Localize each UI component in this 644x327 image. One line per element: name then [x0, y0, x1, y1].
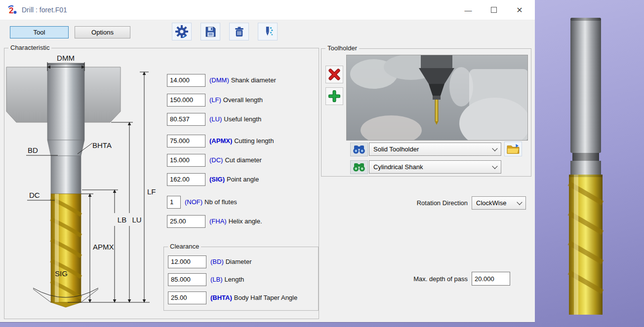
nof-label: Nb of flutes	[204, 198, 237, 206]
rotation-direction-dropdown[interactable]: ClockWise	[472, 196, 526, 210]
dmm-input[interactable]	[167, 74, 205, 87]
bhta-label: Body Half Taper Angle	[234, 294, 297, 301]
toolholder-type-dropdown[interactable]: Solid Toolholder	[369, 143, 501, 156]
chevron-down-icon	[492, 163, 497, 169]
binoculars-green-icon	[353, 162, 365, 172]
dmm-label: Shank diameter	[231, 76, 276, 84]
maximize-button[interactable]	[483, 0, 505, 20]
lf-code: (LF)	[209, 96, 221, 104]
field-row-bd: (BD) Diameter	[168, 255, 251, 268]
lf-input[interactable]	[167, 94, 205, 107]
toolholder-group: Toolholder	[321, 48, 531, 177]
field-row-dc: (DC) Cut diameter	[167, 153, 262, 167]
shank-type-value: Cylindrical Shank	[373, 163, 423, 171]
tool-check-button[interactable]	[258, 23, 278, 40]
sig-label: Point angle	[227, 176, 259, 183]
add-icon	[328, 90, 340, 102]
chevron-down-icon	[517, 199, 522, 205]
dmm-code: (DMM)	[209, 76, 229, 84]
field-row-lb: (LB) Length	[168, 273, 244, 286]
sig-input[interactable]	[167, 173, 205, 186]
lu-code: (LU)	[209, 115, 222, 123]
diagram-label-lu: LU	[132, 216, 141, 224]
minimize-button[interactable]: —	[457, 0, 480, 20]
clearance-group-title: Clearance	[168, 243, 201, 250]
search-shank-button[interactable]	[350, 160, 368, 174]
field-row-lf: (LF) Overall length	[167, 93, 263, 107]
dc-label: Cut diameter	[225, 156, 261, 164]
diagram-label-bd: BD	[28, 146, 38, 154]
screen: 2 Drill : foret.F01 — ✕ Tool Options	[0, 0, 644, 327]
bd-label: Diameter	[226, 258, 252, 265]
clearance-group: Clearance (BD) Diameter (LB) Length (BHT…	[163, 247, 319, 311]
diagram-label-apmx: APMX	[93, 243, 114, 251]
lf-label: Overall length	[223, 96, 263, 104]
max-depth-input[interactable]	[472, 272, 510, 286]
field-row-sig: (SIG) Point angle	[167, 173, 259, 186]
characteristic-group-title: Characteristic	[8, 44, 51, 51]
app-logo-icon: 2	[6, 4, 17, 15]
apmx-label: Cutting length	[234, 137, 274, 145]
folder-icon	[507, 144, 520, 154]
shank-type-dropdown[interactable]: Cylindrical Shank	[369, 160, 501, 174]
tool-check-icon	[262, 26, 274, 38]
fha-label: Helix angle.	[229, 218, 262, 225]
delete-icon	[233, 26, 245, 38]
lb-code: (LB)	[210, 276, 223, 283]
drill-3d-render	[535, 0, 644, 327]
dc-input[interactable]	[167, 154, 205, 167]
bhta-input[interactable]	[168, 291, 206, 304]
dc-code: (DC)	[209, 156, 223, 164]
open-toolholder-file-button[interactable]	[504, 142, 522, 156]
sig-code: (SIG)	[209, 176, 225, 183]
machining-settings-icon	[175, 25, 188, 38]
bd-code: (BD)	[210, 258, 224, 265]
nof-input[interactable]	[167, 196, 181, 209]
rotation-direction-value: ClockWise	[476, 199, 506, 207]
bd-input[interactable]	[168, 255, 206, 268]
rotation-direction-label: Rotation Direction	[393, 199, 468, 207]
characteristic-group: Characteristic	[4, 48, 319, 319]
diagram-label-dmm: DMM	[57, 54, 75, 62]
toolholder-photo	[346, 55, 528, 141]
nof-code: (NOF)	[185, 198, 202, 206]
3d-viewport[interactable]	[535, 0, 644, 327]
tab-options[interactable]: Options	[75, 26, 130, 38]
apmx-input[interactable]	[167, 135, 205, 147]
remove-toolholder-button[interactable]	[325, 66, 343, 83]
maximize-icon	[491, 7, 497, 13]
field-row-lu: (LU) Useful length	[167, 112, 261, 126]
remove-icon	[328, 69, 340, 80]
field-row-apmx: (APMX) Cutting length	[167, 134, 274, 147]
close-button[interactable]: ✕	[508, 0, 531, 20]
fha-code: (FHA)	[209, 218, 227, 225]
apmx-code: (APMX)	[209, 137, 232, 145]
field-row-fha: (FHA) Helix angle.	[167, 215, 262, 228]
machining-settings-button[interactable]	[172, 23, 192, 40]
window-title: Drill : foret.F01	[22, 6, 67, 14]
diagram-label-dc: DC	[29, 191, 40, 199]
max-depth-label: Max. depth of pass	[393, 275, 468, 283]
titlebar: 2 Drill : foret.F01 — ✕	[0, 0, 535, 20]
diagram-label-sig: SIG	[55, 269, 68, 278]
tab-tool[interactable]: Tool	[10, 26, 69, 38]
delete-button[interactable]	[229, 23, 249, 40]
toolholder-group-title: Toolholder	[325, 44, 359, 52]
svg-text:2: 2	[9, 6, 13, 15]
lb-input[interactable]	[168, 273, 206, 286]
bhta-code: (BHTA)	[210, 294, 232, 301]
search-toolholder-button[interactable]	[350, 143, 368, 156]
fha-input[interactable]	[167, 215, 205, 228]
binoculars-blue-icon	[353, 145, 365, 154]
drill-diagram: DMM BD BHTA DC APMX	[5, 54, 165, 315]
lu-input[interactable]	[167, 113, 205, 126]
save-icon	[204, 26, 217, 38]
lu-label: Useful length	[224, 115, 261, 123]
field-row-bhta: (BHTA) Body Half Taper Angle	[168, 291, 297, 304]
lb-label: Length	[225, 276, 244, 283]
diagram-label-bhta: BHTA	[92, 141, 112, 149]
save-button[interactable]	[201, 23, 220, 40]
drill-dialog: 2 Drill : foret.F01 — ✕ Tool Options	[0, 0, 535, 322]
field-row-nof: (NOF) Nb of flutes	[167, 195, 237, 209]
add-toolholder-button[interactable]	[325, 87, 343, 105]
